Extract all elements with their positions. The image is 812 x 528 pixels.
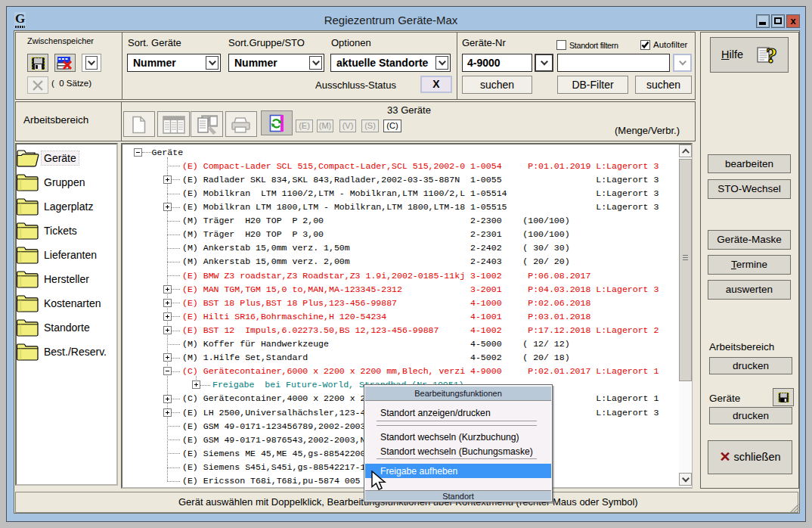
svg-text:?: ? — [766, 43, 777, 67]
